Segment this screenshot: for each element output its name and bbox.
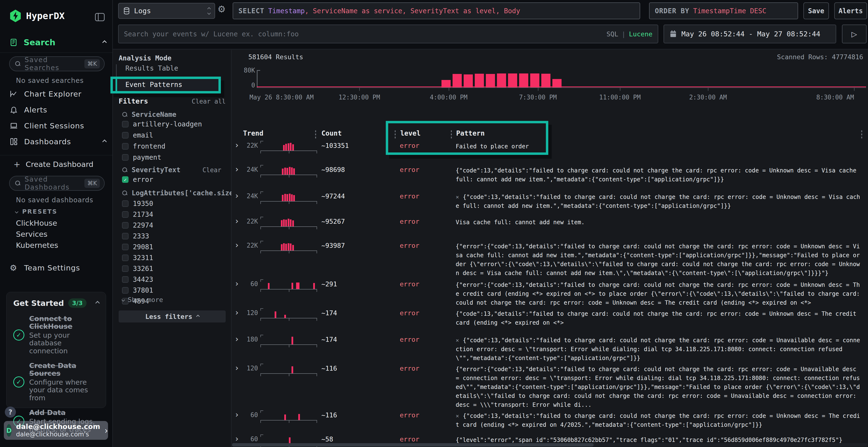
- checkbox[interactable]: ✓: [122, 287, 128, 294]
- sidebar-item-kubernetes[interactable]: Kubernetes: [16, 241, 58, 249]
- sidebar-collapse-icon[interactable]: [95, 13, 105, 21]
- filter-option[interactable]: ✓ 32311: [122, 254, 153, 262]
- pattern-row[interactable]: › 22K ~95267 error Visa cache full: cann…: [231, 216, 868, 240]
- sidebar-item-clickhouse[interactable]: ClickHouse: [16, 219, 57, 227]
- sidebar-item-client-sessions[interactable]: Client Sessions: [10, 122, 106, 130]
- get-started-header[interactable]: Get Started 3/3: [13, 299, 99, 308]
- checkbox[interactable]: ✓: [122, 176, 128, 183]
- row-expander-icon[interactable]: ›: [231, 307, 244, 316]
- checkbox[interactable]: ✓: [122, 222, 128, 229]
- filter-option[interactable]: ✓ payment: [122, 153, 202, 161]
- create-dashboard-button[interactable]: + Create Dashboard: [13, 160, 94, 169]
- table-options-icon[interactable]: [861, 130, 862, 138]
- gear-icon[interactable]: ⚙: [217, 4, 226, 14]
- query-language-toggle[interactable]: SQL | Lucene: [607, 30, 652, 38]
- pattern-row[interactable]: › 24K ~98698 error {"code":13,"details":…: [231, 164, 868, 191]
- pattern-row[interactable]: › 60 ~291 error {"error":{"code":13,"det…: [231, 278, 868, 307]
- source-select[interactable]: Logs: [118, 3, 215, 19]
- checkbox[interactable]: ✓: [122, 132, 128, 138]
- chevron-up-icon[interactable]: [95, 301, 100, 305]
- pattern-text[interactable]: ×{"code":13,"details":"failed to charge …: [456, 409, 862, 429]
- pattern-row[interactable]: › 120 ~116 error {"error":{"code":13,"de…: [231, 363, 868, 409]
- pattern-text[interactable]: {"code":13,"details":"failed to charge c…: [456, 164, 862, 184]
- sidebar-item-team-settings[interactable]: ⚙ Team Settings: [10, 264, 106, 272]
- sidebar-item-chart-explorer[interactable]: Chart Explorer: [10, 90, 106, 98]
- less-filters-button[interactable]: Less filters: [119, 310, 226, 322]
- column-header-count[interactable]: Count: [321, 129, 342, 137]
- clear-all-button[interactable]: Clear all: [192, 98, 226, 105]
- user-chip[interactable]: D dale@clickhouse.com dale@clickhouse.co…: [4, 421, 108, 440]
- filter-option[interactable]: ✓ 19350: [122, 200, 153, 208]
- checkbox[interactable]: ✓: [122, 276, 128, 283]
- filter-option[interactable]: ✓ 21734: [122, 210, 153, 218]
- row-expander-icon[interactable]: ›: [231, 434, 244, 443]
- pattern-row[interactable]: › 24K ~97244 error ×{"code":13,"details"…: [231, 191, 868, 216]
- get-started-item[interactable]: ✓ Create Data Sources Configure where yo…: [13, 362, 99, 402]
- row-expander-icon[interactable]: ›: [231, 334, 244, 343]
- order-by-input[interactable]: ORDER BY TimestampTime DESC: [649, 2, 798, 19]
- sidebar-item-services[interactable]: Services: [16, 230, 48, 238]
- get-started-item[interactable]: ✓ Connect to ClickHouse Set up your data…: [13, 315, 99, 355]
- save-button[interactable]: Save: [803, 2, 829, 19]
- help-button[interactable]: ?: [5, 407, 16, 418]
- row-expander-icon[interactable]: ›: [231, 164, 244, 173]
- pattern-row[interactable]: › 120 ~174 error {"code":13,"details":"f…: [231, 307, 868, 334]
- filter-option[interactable]: ✓ frontend: [122, 142, 202, 150]
- column-drag-handle[interactable]: [395, 130, 396, 138]
- sidebar-item-dashboards[interactable]: Dashboards: [10, 137, 106, 146]
- row-expander-icon[interactable]: ›: [231, 140, 244, 149]
- pattern-text[interactable]: ×{"code":13,"details":"failed to charge …: [456, 191, 862, 210]
- column-drag-handle[interactable]: [315, 130, 316, 138]
- live-tail-button[interactable]: ▷: [842, 25, 867, 43]
- row-expander-icon[interactable]: ›: [231, 363, 244, 372]
- pattern-row[interactable]: › 60 ~116 error ×{"code":13,"details":"f…: [231, 409, 868, 434]
- row-expander-icon[interactable]: ›: [231, 278, 244, 287]
- pattern-text[interactable]: Visa cache full: cannot add new item.: [456, 216, 862, 227]
- horizontal-scrollbar[interactable]: [232, 443, 868, 447]
- filter-option[interactable]: ✓ 2333: [122, 232, 153, 240]
- row-expander-icon[interactable]: ›: [231, 240, 244, 249]
- sql-toggle[interactable]: SQL: [607, 30, 618, 38]
- date-range-picker[interactable]: May 26 08:52:44 - May 27 08:52:44: [663, 25, 836, 43]
- pattern-text[interactable]: ×{"code":13,"details":"failed to charge …: [456, 334, 862, 363]
- search-input[interactable]: Search your events w/ Lucene ex. column:…: [118, 25, 658, 43]
- filter-option[interactable]: ✓ 22974: [122, 221, 153, 229]
- column-header-pattern[interactable]: Pattern: [456, 129, 485, 137]
- sidebar-item-alerts[interactable]: Alerts: [10, 105, 106, 114]
- lucene-toggle[interactable]: Lucene: [629, 30, 652, 38]
- checkbox[interactable]: ✓: [122, 121, 128, 128]
- mode-event-patterns[interactable]: Event Patterns: [125, 81, 182, 89]
- checkbox[interactable]: ✓: [122, 200, 128, 207]
- presets-toggle[interactable]: PRESETS: [16, 208, 57, 215]
- sidebar-item-search[interactable]: Search: [10, 38, 106, 47]
- show-more-button[interactable]: Show more: [122, 296, 163, 304]
- filter-option[interactable]: ✓ artillery-loadgen: [122, 120, 202, 128]
- checkbox[interactable]: ✓: [122, 233, 128, 239]
- checkbox[interactable]: ✓: [122, 154, 128, 161]
- chevron-up-icon[interactable]: [102, 139, 106, 144]
- pattern-text[interactable]: {"code":13,"details":"failed to charge c…: [456, 307, 862, 327]
- filter-option[interactable]: ✓ 29081: [122, 243, 153, 251]
- filter-option[interactable]: ✓ email: [122, 131, 202, 139]
- pattern-row[interactable]: › 22K ~103351 error Failed to place orde…: [231, 140, 868, 164]
- filter-option[interactable]: ✓ error: [122, 176, 153, 183]
- column-header-level[interactable]: level: [400, 129, 421, 137]
- mode-results-table[interactable]: Results Table: [125, 64, 178, 72]
- pattern-row[interactable]: › 180 ~174 error ×{"code":13,"details":"…: [231, 334, 868, 363]
- pattern-text[interactable]: {"error":{"code":13,"details":"failed to…: [456, 240, 862, 278]
- filter-option[interactable]: ✓ 37801: [122, 286, 153, 294]
- checkbox[interactable]: ✓: [122, 254, 128, 261]
- scrollbar-thumb[interactable]: [232, 443, 594, 447]
- checkbox[interactable]: ✓: [122, 143, 128, 149]
- row-expander-icon[interactable]: ›: [231, 409, 244, 419]
- filter-option[interactable]: ✓ 34423: [122, 276, 153, 283]
- row-expander-icon[interactable]: ›: [231, 216, 244, 225]
- pattern-text[interactable]: {"error":{"code":13,"details":"failed to…: [456, 278, 862, 307]
- checkbox[interactable]: ✓: [122, 244, 128, 250]
- filter-option[interactable]: ✓ 33261: [122, 265, 153, 273]
- row-expander-icon[interactable]: ›: [231, 191, 244, 200]
- checkbox[interactable]: ✓: [122, 211, 128, 218]
- saved-searches-input[interactable]: Saved Searches ⌘K: [9, 56, 105, 71]
- alerts-button[interactable]: Alerts: [834, 2, 867, 19]
- clear-button[interactable]: Clear: [203, 166, 221, 174]
